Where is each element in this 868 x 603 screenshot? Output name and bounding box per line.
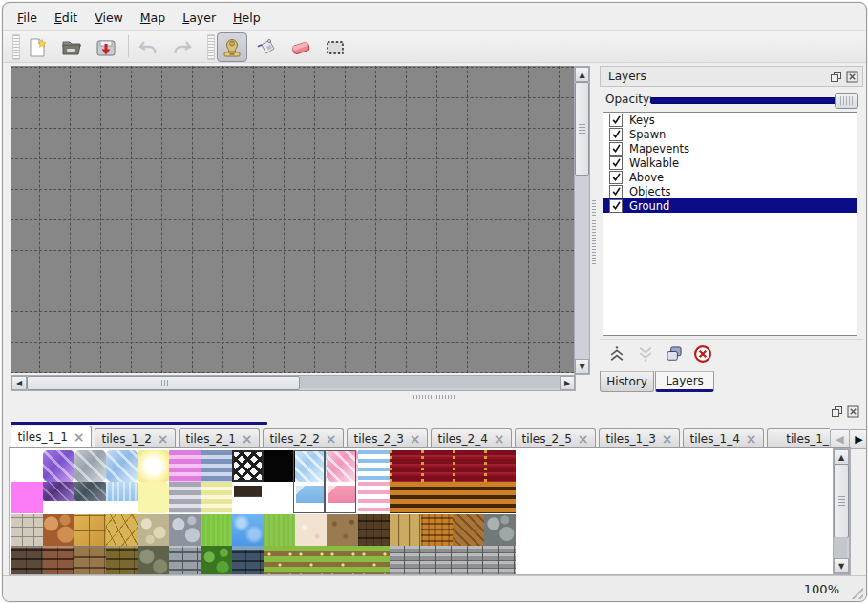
new-map-button[interactable] [22,32,53,62]
tileset-tab-tiles_1_2[interactable]: tiles_1_2× [95,428,176,448]
close-tab-icon[interactable]: × [746,432,757,446]
layer-visibility-checkbox[interactable] [609,171,623,184]
close-tab-icon[interactable]: × [74,430,85,444]
tile-grass-rows[interactable] [295,546,327,575]
tile-cobble-gray[interactable] [169,514,201,546]
tile-brick-darkbrown[interactable] [11,546,43,575]
tileset-tab-tiles_2_4[interactable]: tiles_2_4× [431,428,512,448]
tile-grass-rows[interactable] [358,546,390,575]
layer-row-walkable[interactable]: Walkable [603,156,857,170]
scroll-left-button[interactable]: ◀ [11,376,27,390]
tile-planks-vertical[interactable] [390,514,421,546]
tileset-tab-tiles_1_4[interactable]: tiles_1_4× [683,428,764,448]
eraser-tool-button[interactable] [286,32,316,62]
raise-layer-button[interactable] [605,343,628,365]
tileset-tab-tiles_2_5[interactable]: tiles_2_5× [515,428,596,448]
float-panel-icon[interactable] [830,71,842,83]
tile-brick-tan[interactable] [74,546,106,575]
tile-glow-yellow[interactable] [138,450,169,482]
tile-stripes-orange[interactable] [484,482,516,513]
tile-planks-gray[interactable] [421,546,453,575]
close-tab-icon[interactable]: × [578,432,589,446]
layer-visibility-checkbox[interactable] [609,128,623,141]
tileset-tab-tiles_2_3[interactable]: tiles_2_3× [347,428,428,448]
scroll-down-button[interactable]: ▼ [834,558,849,573]
tile-brick-red[interactable] [43,546,74,575]
tile-shimmer-blue-sm[interactable] [106,482,138,513]
fill-tool-button[interactable] [251,32,282,62]
close-tab-icon[interactable]: × [494,432,505,446]
menu-map[interactable]: Map [132,9,174,27]
scroll-right-button[interactable]: ▶ [560,376,575,390]
layer-row-mapevents[interactable]: Mapevents [603,141,857,156]
close-panel-icon[interactable] [847,404,859,416]
tileset-vscrollbar[interactable]: ▲ ▼ [833,448,850,574]
tile-brick-gray[interactable] [169,546,201,575]
tile-curtain-red[interactable] [453,450,484,482]
layer-row-spawn[interactable]: Spawn [603,127,857,141]
close-tab-icon[interactable]: × [410,432,421,446]
tile-cobble-orange[interactable] [43,514,74,546]
tile-crystal-purple-sm[interactable] [43,482,74,513]
vscrollbar-thumb[interactable] [834,464,849,538]
menu-edit[interactable]: Edit [46,9,86,27]
close-panel-icon[interactable] [846,71,858,83]
float-panel-icon[interactable] [831,404,843,416]
lower-layer-button[interactable] [634,343,657,365]
tile-grass-green[interactable] [264,514,295,546]
toolbar-handle[interactable] [207,34,215,60]
tile-empty[interactable] [264,482,295,513]
layer-visibility-checkbox[interactable] [609,185,623,198]
layer-visibility-checkbox[interactable] [609,114,623,127]
close-tab-icon[interactable]: × [242,432,253,446]
close-tab-icon[interactable]: × [158,432,169,446]
tile-sign-dark[interactable] [232,482,264,513]
rect-select-tool-button[interactable] [320,32,350,62]
layer-row-ground[interactable]: Ground [603,198,857,213]
tile-brick-blue[interactable] [232,546,264,575]
tile-black[interactable] [264,450,295,482]
tile-stripes-bluegray[interactable] [201,450,232,482]
delete-layer-button[interactable] [691,343,714,365]
stamp-tool-button[interactable] [217,32,247,62]
tile-crystal-blue[interactable] [106,450,138,482]
tile-planks-gray[interactable] [484,546,516,575]
tileset-tab-tiles_2_2[interactable]: tiles_2_2× [263,428,344,448]
redo-button[interactable] [167,32,198,62]
menu-view[interactable]: View [86,9,132,27]
vscrollbar-track[interactable] [834,537,847,558]
vertical-splitter[interactable] [588,66,600,373]
hscrollbar-thumb[interactable] [27,376,300,390]
tile-ribbon-blue[interactable] [358,450,390,482]
tile-stripes-gray[interactable] [169,482,201,513]
duplicate-layer-button[interactable] [663,343,686,365]
open-map-button[interactable] [56,32,87,62]
tile-stone-green[interactable] [138,546,169,575]
close-tab-icon[interactable]: × [326,432,337,446]
tile-stripes-khaki[interactable] [201,482,232,513]
tile-grass-rows[interactable] [327,546,358,575]
save-map-button[interactable] [91,32,121,62]
tile-hedge[interactable] [201,546,232,575]
tile-lattice[interactable] [232,450,264,482]
toolbar-handle[interactable] [12,34,20,60]
tile-ribbon-pink[interactable] [358,482,390,513]
tileset-tabs-scroll-left-icon[interactable]: ◀ [830,429,850,449]
tile-stripes-magenta[interactable] [169,450,201,482]
scroll-up-button[interactable]: ▲ [575,67,589,82]
layer-visibility-checkbox[interactable] [609,142,623,156]
tab-layers[interactable]: Layers [655,371,714,392]
menu-file[interactable]: File [9,9,46,27]
undo-button[interactable] [133,32,163,62]
layer-row-objects[interactable]: Objects [603,184,857,198]
tile-planks-gray[interactable] [453,546,484,575]
tile-basket-weave[interactable] [421,514,453,546]
tile-stone-blocks[interactable] [11,514,43,546]
layer-row-above[interactable]: Above [603,170,857,184]
tile-crystal-slate-sm[interactable] [74,482,106,513]
tile-water[interactable] [232,514,264,546]
vscrollbar-thumb[interactable] [575,82,589,176]
tile-crystal-purple[interactable] [43,450,74,482]
scroll-up-button[interactable]: ▲ [834,449,849,465]
tileset-tab-tiles_1_3[interactable]: tiles_1_3× [599,428,680,448]
